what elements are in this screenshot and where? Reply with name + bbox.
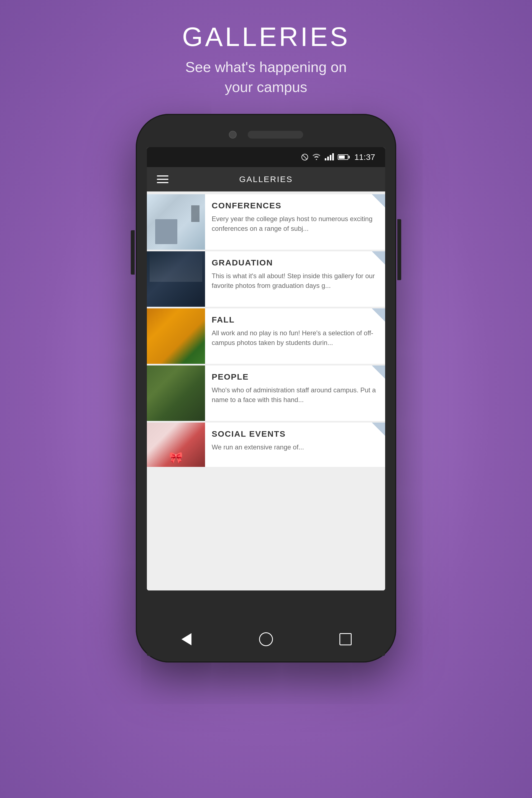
gallery-desc-people: Who's who of administration staff around… (212, 385, 379, 405)
home-button[interactable] (256, 629, 276, 649)
phone-bottom-area (147, 590, 385, 663)
thumb-people (147, 365, 205, 421)
gallery-desc-graduation: This is what it's all about! Step inside… (212, 271, 379, 291)
front-camera (229, 131, 236, 138)
gallery-desc-conferences: Every year the college plays host to num… (212, 214, 379, 233)
corner-fold-social-events (372, 422, 385, 436)
gallery-title-people: PEOPLE (212, 372, 379, 382)
recent-icon (339, 633, 352, 645)
page-header: GALLERIES See what's happening onyour ca… (182, 22, 350, 97)
gallery-title-graduation: GRADUATION (212, 258, 379, 267)
phone-screen: 11:37 GALLERIES CONFERENCES Every year t… (147, 147, 385, 590)
battery-icon (338, 154, 348, 160)
gallery-content-graduation: GRADUATION This is what it's all about! … (205, 251, 385, 307)
phone-top-bar (136, 114, 396, 147)
corner-fold-graduation (372, 251, 385, 265)
gallery-desc-social-events: We run an extensive range of... (212, 442, 379, 452)
recent-button[interactable] (336, 629, 355, 649)
home-icon (259, 632, 273, 646)
corner-fold-conferences (372, 194, 385, 208)
gallery-title-fall: FALL (212, 315, 379, 324)
back-icon (182, 633, 191, 645)
thumb-social-events (147, 422, 205, 467)
corner-fold-people (372, 365, 385, 379)
bottom-nav (147, 623, 385, 656)
page-title: GALLERIES (182, 22, 350, 52)
gallery-item-conferences[interactable]: CONFERENCES Every year the college plays… (147, 194, 385, 250)
gallery-desc-fall: All work and no play is no fun! Here's a… (212, 328, 379, 348)
app-bar: GALLERIES (147, 167, 385, 191)
gallery-item-people[interactable]: PEOPLE Who's who of administration staff… (147, 365, 385, 421)
thumb-conferences (147, 194, 205, 250)
gallery-item-graduation[interactable]: GRADUATION This is what it's all about! … (147, 251, 385, 307)
status-bar: 11:37 (147, 147, 385, 167)
back-button[interactable] (177, 629, 196, 649)
gallery-content-conferences: CONFERENCES Every year the college plays… (205, 194, 385, 250)
status-icons: 11:37 (302, 152, 375, 162)
thumb-graduation (147, 251, 205, 307)
gallery-content-people: PEOPLE Who's who of administration staff… (205, 365, 385, 421)
gallery-list[interactable]: CONFERENCES Every year the college plays… (147, 191, 385, 590)
speaker-grille (248, 131, 303, 138)
thumb-fall (147, 308, 205, 364)
gallery-content-social-events: SOCIAL EVENTS We run an extensive range … (205, 422, 385, 467)
gallery-content-fall: FALL All work and no play is no fun! Her… (205, 308, 385, 364)
gallery-title-social-events: SOCIAL EVENTS (212, 429, 379, 439)
corner-fold-fall (372, 308, 385, 322)
gallery-item-fall[interactable]: FALL All work and no play is no fun! Her… (147, 308, 385, 364)
status-time: 11:37 (355, 152, 375, 162)
gallery-item-social-events[interactable]: SOCIAL EVENTS We run an extensive range … (147, 422, 385, 467)
hamburger-menu[interactable] (157, 175, 169, 183)
appbar-title: GALLERIES (179, 174, 353, 184)
page-subtitle: See what's happening onyour campus (182, 57, 350, 97)
phone-device: 11:37 GALLERIES CONFERENCES Every year t… (136, 114, 396, 663)
wifi-icon (312, 154, 321, 160)
signal-icon (325, 154, 334, 160)
gallery-title-conferences: CONFERENCES (212, 201, 379, 210)
blocked-icon (302, 154, 308, 160)
